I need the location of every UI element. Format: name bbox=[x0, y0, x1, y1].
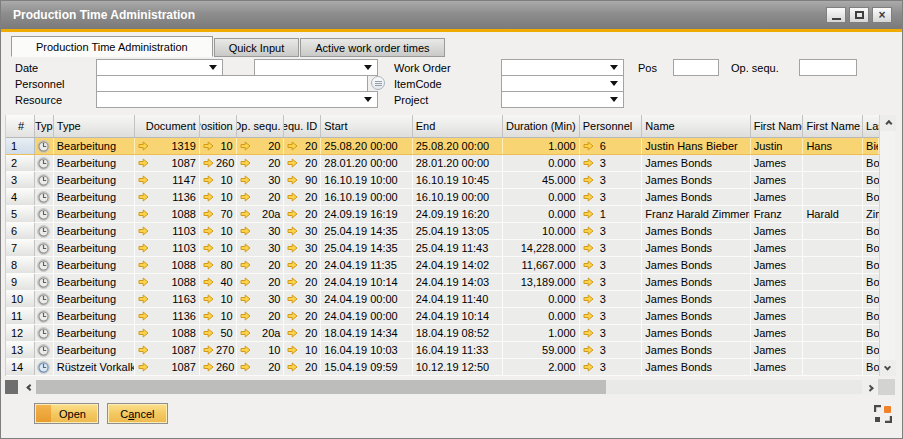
link-arrow-icon[interactable] bbox=[240, 345, 251, 355]
open-button[interactable]: Open bbox=[34, 403, 99, 424]
link-arrow-icon[interactable] bbox=[240, 328, 251, 338]
row-number-cell[interactable]: 5 bbox=[6, 206, 35, 222]
link-arrow-icon[interactable] bbox=[240, 243, 251, 253]
link-arrow-icon[interactable] bbox=[287, 277, 298, 287]
link-arrow-icon[interactable] bbox=[138, 362, 149, 372]
table-row[interactable]: 5 Bearbeitung 1088 70 20a 20 24.09.19 16 bbox=[6, 206, 879, 223]
personnel-choose-list-icon[interactable] bbox=[371, 76, 385, 90]
col-header-name[interactable]: Name bbox=[642, 115, 750, 137]
scroll-down-button[interactable] bbox=[880, 360, 896, 376]
link-arrow-icon[interactable] bbox=[287, 158, 298, 168]
col-header-type[interactable]: Type bbox=[54, 115, 136, 137]
col-header-document[interactable]: Document bbox=[135, 115, 200, 137]
pos-input[interactable] bbox=[674, 60, 718, 75]
link-arrow-icon[interactable] bbox=[287, 345, 298, 355]
row-number-cell[interactable]: 4 bbox=[6, 189, 35, 205]
hscroll-thumb[interactable] bbox=[36, 380, 606, 394]
link-arrow-icon[interactable] bbox=[287, 328, 298, 338]
link-arrow-icon[interactable] bbox=[240, 158, 251, 168]
link-arrow-icon[interactable] bbox=[240, 209, 251, 219]
table-row[interactable]: 1 Bearbeitung 1319 10 20 20 25.08.20 00: bbox=[6, 138, 879, 155]
hscroll-track[interactable] bbox=[36, 380, 862, 394]
link-arrow-icon[interactable] bbox=[203, 175, 214, 185]
link-arrow-icon[interactable] bbox=[203, 277, 214, 287]
item-code-dropdown[interactable] bbox=[501, 75, 624, 92]
link-arrow-icon[interactable] bbox=[583, 243, 594, 253]
col-header-end[interactable]: End bbox=[413, 115, 503, 137]
link-arrow-icon[interactable] bbox=[583, 277, 594, 287]
link-arrow-icon[interactable] bbox=[583, 362, 594, 372]
op-sequ-input[interactable] bbox=[800, 60, 856, 75]
col-header-first-name2[interactable]: First Name 2 bbox=[803, 115, 863, 137]
link-arrow-icon[interactable] bbox=[138, 158, 149, 168]
row-number-cell[interactable]: 11 bbox=[6, 308, 35, 324]
table-row[interactable]: 13 Bearbeitung 1087 270 10 10 16.04.19 1 bbox=[6, 342, 879, 359]
link-arrow-icon[interactable] bbox=[138, 209, 149, 219]
link-arrow-icon[interactable] bbox=[287, 192, 298, 202]
table-row[interactable]: 10 Bearbeitung 1163 10 30 30 24.04.19 00 bbox=[6, 291, 879, 308]
row-number-cell[interactable]: 7 bbox=[6, 240, 35, 256]
link-arrow-icon[interactable] bbox=[203, 311, 214, 321]
maximize-button[interactable] bbox=[849, 7, 869, 23]
close-button[interactable]: × bbox=[872, 7, 892, 23]
col-header-first-name[interactable]: First Name bbox=[751, 115, 804, 137]
link-arrow-icon[interactable] bbox=[138, 328, 149, 338]
link-arrow-icon[interactable] bbox=[138, 192, 149, 202]
table-row[interactable]: 3 Bearbeitung 1147 10 30 90 16.10.19 10: bbox=[6, 172, 879, 189]
row-number-cell[interactable]: 6 bbox=[6, 223, 35, 239]
link-arrow-icon[interactable] bbox=[287, 175, 298, 185]
link-arrow-icon[interactable] bbox=[240, 141, 251, 151]
tab-active-work-order-times[interactable]: Active work order times bbox=[300, 38, 444, 57]
tab-quick-input[interactable]: Quick Input bbox=[214, 38, 300, 57]
link-arrow-icon[interactable] bbox=[583, 311, 594, 321]
col-header-last-name[interactable]: Last bbox=[863, 115, 879, 137]
row-number-cell[interactable]: 1 bbox=[6, 138, 35, 154]
link-arrow-icon[interactable] bbox=[240, 294, 251, 304]
col-header-typ-icon[interactable]: Typ bbox=[35, 115, 54, 137]
link-arrow-icon[interactable] bbox=[287, 260, 298, 270]
link-arrow-icon[interactable] bbox=[203, 243, 214, 253]
link-arrow-icon[interactable] bbox=[583, 294, 594, 304]
tab-production-time-administration[interactable]: Production Time Administration bbox=[11, 36, 213, 57]
link-arrow-icon[interactable] bbox=[583, 158, 594, 168]
scroll-right-button[interactable] bbox=[862, 380, 877, 394]
link-arrow-icon[interactable] bbox=[240, 192, 251, 202]
col-header-sequ-id[interactable]: sequ. ID bbox=[284, 115, 321, 137]
link-arrow-icon[interactable] bbox=[138, 345, 149, 355]
link-arrow-icon[interactable] bbox=[203, 345, 214, 355]
link-arrow-icon[interactable] bbox=[240, 362, 251, 372]
link-arrow-icon[interactable] bbox=[583, 175, 594, 185]
table-row[interactable]: 8 Bearbeitung 1088 80 20 20 24.04.19 11: bbox=[6, 257, 879, 274]
date-from-dropdown[interactable] bbox=[96, 59, 223, 76]
link-arrow-icon[interactable] bbox=[138, 294, 149, 304]
col-header-duration[interactable]: Duration (Min) bbox=[503, 115, 580, 137]
link-arrow-icon[interactable] bbox=[203, 209, 214, 219]
link-arrow-icon[interactable] bbox=[287, 243, 298, 253]
row-number-cell[interactable]: 13 bbox=[6, 342, 35, 358]
row-number-cell[interactable]: 2 bbox=[6, 155, 35, 171]
link-arrow-icon[interactable] bbox=[240, 175, 251, 185]
link-arrow-icon[interactable] bbox=[138, 277, 149, 287]
link-arrow-icon[interactable] bbox=[138, 243, 149, 253]
link-arrow-icon[interactable] bbox=[287, 294, 298, 304]
col-header-personnel[interactable]: Personnel bbox=[580, 115, 643, 137]
link-arrow-icon[interactable] bbox=[287, 226, 298, 236]
link-arrow-icon[interactable] bbox=[240, 277, 251, 287]
link-arrow-icon[interactable] bbox=[287, 141, 298, 151]
minimize-button[interactable] bbox=[826, 7, 846, 23]
resource-dropdown[interactable] bbox=[96, 91, 378, 108]
link-arrow-icon[interactable] bbox=[583, 345, 594, 355]
row-number-cell[interactable]: 10 bbox=[6, 291, 35, 307]
link-arrow-icon[interactable] bbox=[203, 158, 214, 168]
link-arrow-icon[interactable] bbox=[240, 311, 251, 321]
link-arrow-icon[interactable] bbox=[583, 209, 594, 219]
date-to-dropdown[interactable] bbox=[254, 59, 378, 76]
link-arrow-icon[interactable] bbox=[583, 192, 594, 202]
link-arrow-icon[interactable] bbox=[203, 328, 214, 338]
link-arrow-icon[interactable] bbox=[203, 294, 214, 304]
row-number-cell[interactable]: 14 bbox=[6, 359, 35, 375]
link-arrow-icon[interactable] bbox=[583, 328, 594, 338]
cancel-button[interactable]: Cancel bbox=[107, 403, 168, 424]
row-number-cell[interactable]: 12 bbox=[6, 325, 35, 341]
table-row[interactable]: 9 Bearbeitung 1088 40 20 20 24.04.19 10: bbox=[6, 274, 879, 291]
